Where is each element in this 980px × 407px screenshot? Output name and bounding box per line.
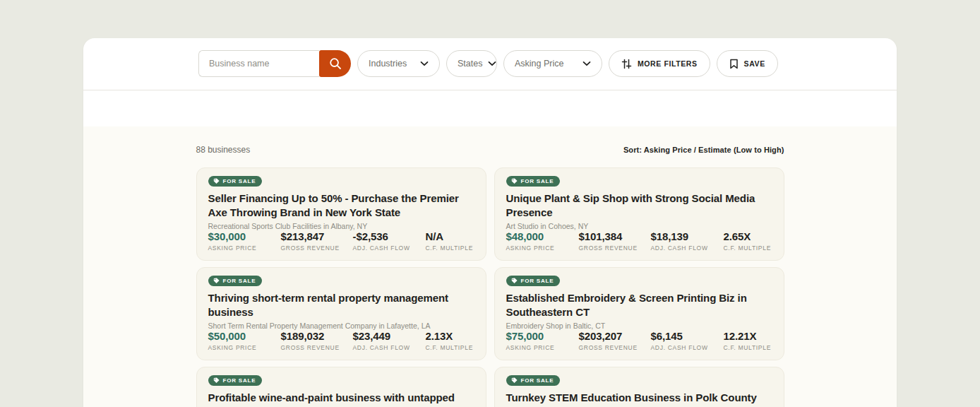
toolbar: Industries States Asking Price — [198, 38, 897, 90]
listing-card[interactable]: FOR SALE Unique Plant & Sip Shop with St… — [494, 167, 784, 261]
metric-value: $213,847 — [281, 230, 353, 242]
asking-price-dropdown-label: Asking Price — [515, 59, 563, 69]
metric-adj-cash-flow: -$2,536 ADJ. CASH FLOW — [353, 230, 426, 252]
listing-subtitle: Recreational Sports Club Facilities in A… — [208, 222, 474, 230]
chevron-down-icon — [420, 61, 429, 66]
search-input[interactable] — [198, 50, 319, 77]
tag-icon — [213, 278, 220, 284]
sort-label[interactable]: Sort: Asking Price / Estimate (Low to Hi… — [623, 146, 784, 154]
metric-value: $75,000 — [506, 330, 579, 342]
chevron-down-icon — [582, 61, 591, 66]
metric-value: $101,384 — [579, 230, 651, 242]
metric-adj-cash-flow: $23,449 ADJ. CASH FLOW — [353, 330, 426, 351]
metric-adj-cash-flow: $6,145 ADJ. CASH FLOW — [651, 330, 724, 351]
more-filters-button[interactable]: MORE FILTERS — [609, 50, 710, 77]
listing-subtitle: Embroidery Shop in Baltic, CT — [506, 322, 772, 330]
results-count: 88 businesses — [196, 145, 251, 155]
metric-label: GROSS REVENUE — [579, 244, 651, 252]
states-dropdown[interactable]: States — [446, 50, 497, 77]
metric-label: GROSS REVENUE — [281, 244, 353, 252]
metric-label: C.F. MULTIPLE — [724, 244, 772, 252]
listing-card[interactable]: FOR SALE Established Embroidery & Screen… — [494, 267, 784, 360]
chevron-down-icon — [488, 61, 496, 66]
metric-asking-price: $30,000 ASKING PRICE — [208, 230, 281, 252]
metric-label: ADJ. CASH FLOW — [651, 244, 724, 252]
metric-label: GROSS REVENUE — [281, 344, 353, 351]
save-button-label: SAVE — [744, 59, 765, 68]
industries-dropdown[interactable]: Industries — [357, 50, 440, 77]
for-sale-badge-label: FOR SALE — [521, 178, 554, 184]
metric-asking-price: $50,000 ASKING PRICE — [208, 330, 281, 351]
results-header: 88 businesses Sort: Asking Price / Estim… — [196, 126, 784, 167]
metric-adj-cash-flow: $18,139 ADJ. CASH FLOW — [651, 230, 724, 252]
metric-value: -$2,536 — [353, 230, 426, 242]
listing-title: Profitable wine-and-paint business with … — [208, 391, 474, 407]
search-form — [198, 50, 351, 77]
listing-card[interactable]: FOR SALE Thriving short-term rental prop… — [196, 267, 486, 360]
for-sale-badge-label: FOR SALE — [521, 278, 554, 284]
metric-value: 12.21X — [724, 330, 772, 342]
metric-label: C.F. MULTIPLE — [724, 344, 772, 351]
metric-label: ADJ. CASH FLOW — [353, 244, 426, 252]
metric-cf-multiple: 2.13X C.F. MULTIPLE — [426, 330, 474, 351]
metric-asking-price: $75,000 ASKING PRICE — [506, 330, 579, 351]
listing-card[interactable]: FOR SALE Profitable wine-and-paint busin… — [196, 367, 486, 407]
listing-title: Established Embroidery & Screen Printing… — [506, 291, 772, 319]
search-icon — [328, 57, 342, 71]
for-sale-badge: FOR SALE — [506, 375, 561, 386]
metric-label: GROSS REVENUE — [579, 344, 651, 351]
for-sale-badge-label: FOR SALE — [521, 377, 554, 384]
metric-label: ASKING PRICE — [506, 344, 579, 351]
metric-value: $6,145 — [651, 330, 724, 342]
listing-title: Thriving short-term rental property mana… — [208, 291, 474, 319]
metrics-row: $75,000 ASKING PRICE $203,207 GROSS REVE… — [506, 330, 772, 351]
search-button[interactable] — [319, 50, 351, 77]
listing-subtitle: Short Term Rental Property Management Co… — [208, 322, 474, 330]
listing-title: Unique Plant & Sip Shop with Strong Soci… — [506, 191, 772, 220]
listing-card[interactable]: FOR SALE Seller Financing Up to 50% - Pu… — [196, 167, 486, 261]
metric-value: 2.65X — [724, 230, 772, 242]
listing-subtitle: Art Studio in Cohoes, NY — [506, 222, 772, 230]
metric-label: ASKING PRICE — [208, 244, 281, 252]
tag-icon — [511, 377, 518, 384]
metric-cf-multiple: 12.21X C.F. MULTIPLE — [724, 330, 772, 351]
for-sale-badge: FOR SALE — [506, 176, 561, 187]
listing-title: Turnkey STEM Education Business in Polk … — [506, 391, 772, 405]
listing-card[interactable]: FOR SALE Turnkey STEM Education Business… — [494, 367, 784, 407]
metric-label: ADJ. CASH FLOW — [353, 344, 426, 351]
metric-label: C.F. MULTIPLE — [426, 244, 474, 252]
metric-value: $48,000 — [506, 230, 579, 242]
metric-cf-multiple: 2.65X C.F. MULTIPLE — [724, 230, 772, 252]
main-panel: Industries States Asking Price — [83, 38, 897, 407]
results-area: 88 businesses Sort: Asking Price / Estim… — [83, 126, 897, 407]
metric-value: $18,139 — [651, 230, 724, 242]
metric-label: ASKING PRICE — [506, 244, 579, 252]
asking-price-dropdown[interactable]: Asking Price — [503, 50, 602, 77]
for-sale-badge: FOR SALE — [208, 276, 263, 286]
for-sale-badge-label: FOR SALE — [223, 178, 256, 184]
metric-value: $23,449 — [353, 330, 426, 342]
metric-value: $203,207 — [579, 330, 651, 342]
metrics-row: $48,000 ASKING PRICE $101,384 GROSS REVE… — [506, 230, 772, 252]
more-filters-label: MORE FILTERS — [638, 59, 698, 68]
tag-icon — [511, 178, 518, 184]
for-sale-badge-label: FOR SALE — [223, 278, 256, 284]
tag-icon — [511, 278, 518, 284]
save-button[interactable]: SAVE — [717, 50, 778, 77]
metric-gross-revenue: $189,032 GROSS REVENUE — [281, 330, 353, 351]
metric-value: $189,032 — [281, 330, 353, 342]
metric-cf-multiple: N/A C.F. MULTIPLE — [426, 230, 474, 252]
metric-gross-revenue: $213,847 GROSS REVENUE — [281, 230, 353, 252]
industries-dropdown-label: Industries — [369, 59, 407, 69]
listings-grid: FOR SALE Seller Financing Up to 50% - Pu… — [196, 167, 784, 407]
listing-title: Seller Financing Up to 50% - Purchase th… — [208, 191, 474, 220]
metric-gross-revenue: $101,384 GROSS REVENUE — [579, 230, 651, 252]
metrics-row: $50,000 ASKING PRICE $189,032 GROSS REVE… — [208, 330, 474, 351]
metric-value: $30,000 — [208, 230, 281, 242]
metric-value: $50,000 — [208, 330, 281, 342]
metric-value: N/A — [426, 230, 474, 242]
tag-icon — [213, 178, 220, 184]
sliders-icon — [621, 59, 632, 69]
metric-label: C.F. MULTIPLE — [426, 344, 474, 351]
for-sale-badge: FOR SALE — [208, 375, 263, 386]
